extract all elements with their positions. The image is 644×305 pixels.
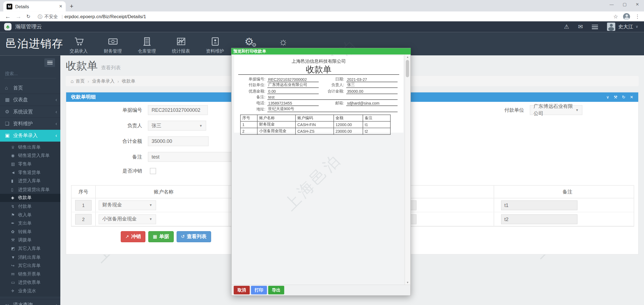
search-input[interactable] [4,71,64,77]
nav-item-reports[interactable]: 统计报表 [164,32,198,55]
nav-item-finance[interactable]: 财务管理 [96,32,130,55]
print-button[interactable]: 打印 [251,286,267,294]
sidebar-subitem[interactable]: ⚑ 收入单 [0,211,60,219]
sidebar-subitem-label: 其它入库单 [18,246,41,252]
cancel-button[interactable]: 取消 [234,286,250,294]
server-list-icon[interactable] [592,24,598,29]
sidebar-item[interactable]: ▦ 仪表盘 ‹ [0,94,60,106]
receipt-address: 世纪大道900号 [267,106,398,112]
total-input[interactable] [148,136,209,146]
sidebar-subitem-label: 进货收票单 [18,279,41,285]
chevron-down-icon[interactable]: ∨ [635,25,638,29]
tab-close-icon[interactable]: ✕ [59,4,63,9]
sidebar-item-icon: ❏ [5,121,13,127]
mail-icon[interactable]: ✉ [578,23,583,30]
browser-urlbar: ← → ↻ ⓘ 不安全 | erpdoc.epoerp.cn/Biz/Recei… [0,12,644,22]
reverse-checkbox[interactable] [150,168,156,174]
wrench-icon[interactable]: ⚒ [614,95,617,99]
watermark: 上海邑泊 [280,149,346,215]
row-seq-input[interactable] [75,200,92,211]
window-minimize-icon[interactable]: — [610,2,614,6]
owner-select[interactable]: 张三 ▼ [148,121,206,131]
panel-close-icon[interactable]: ✕ [630,95,634,99]
panel-collapse-icon[interactable]: ∨ [606,95,609,99]
doc-no-input[interactable] [148,105,208,115]
bookmark-star-icon[interactable]: ☆ [613,13,618,19]
sidebar-subitem-icon: ✉ [11,272,18,276]
browser-tab[interactable]: M Details ✕ [3,1,66,11]
receipt-cell-code: CASH-FIN [295,121,334,128]
sidebar-item[interactable]: ⌂ 首页 ‹ [0,82,60,94]
row-note-input[interactable] [501,214,577,224]
alert-triangle-icon[interactable]: ⚠ [564,23,569,30]
modal-titlebar[interactable]: 预览和打印收款单 [231,48,411,54]
user-avatar[interactable] [607,23,615,31]
refresh-icon[interactable]: ↻ [622,95,626,99]
sidebar-subitem[interactable]: ↯ 付款单 [0,202,60,211]
back-icon[interactable]: ← [5,13,11,20]
reload-icon[interactable]: ↻ [26,13,30,19]
reverse-button[interactable]: ↗ 冲销 [121,231,146,242]
sidebar-item[interactable]: ▣ 业务单录入 ‹ [0,130,60,141]
window-maximize-icon[interactable]: ▢ [623,2,627,6]
sidebar-subitem[interactable]: ▮ 进货入库单 [0,177,60,185]
sidebar-subitem[interactable]: ◉ 销售退货入库单 [0,151,60,160]
window-close-icon[interactable]: ✕ [636,2,639,6]
sidebar-subitem[interactable]: ♕ 销售出库单 [0,143,60,151]
scrollbar-thumb[interactable] [406,60,409,77]
row-note-input[interactable] [501,200,577,210]
browser-menu-icon[interactable]: ⋮ [635,13,640,19]
modal-scrollbar[interactable]: ▲ ▼ [404,55,410,285]
sidebar-subitem[interactable]: ◄ 零售退货单 [0,168,60,177]
sidebar-subitem[interactable]: ✉ 销售开票单 [0,270,60,278]
nav-item-transactions[interactable]: 交易录入 [62,32,96,55]
user-name[interactable]: 史大江 [618,23,633,30]
sidebar-subitem[interactable]: ◈ 收款单 [0,194,60,202]
app-logo-icon[interactable]: ♣ [4,23,12,31]
sidebar-collapse-button[interactable] [44,58,55,67]
sidebar-subitem[interactable]: ▼ 消耗出库单 [0,253,60,261]
new-tab-button[interactable]: + [70,2,74,9]
breadcrumb-home[interactable]: 首页 [76,78,85,84]
contact-card-icon [210,36,221,47]
forward-icon[interactable]: → [16,13,21,20]
sidebar-subitem[interactable]: ✒ 支出单 [0,219,60,228]
sidebar-subitem[interactable]: ◩ 其它入库单 [0,244,60,253]
caret-down-icon: ▼ [199,124,203,127]
browser-profile-avatar[interactable] [623,13,630,20]
sidebar-subitem[interactable]: ✈ 业务流水 [0,287,60,295]
sidebar-item[interactable]: ∾ 流水查询 ‹ [0,299,60,305]
url-text[interactable]: erpdoc.epoerp.cn/Biz/Receipt/Details/1 [64,14,146,19]
page-title: 收款单查看列表 [66,59,121,73]
sidebar-subitem[interactable]: ▯ 进货退货出库单 [0,185,60,194]
sidebar-subitem[interactable]: ▥ 零售单 [0,160,60,168]
sidebar-subitem-icon: ✒ [11,221,18,225]
receipt-cell-amount: 12000.00 [334,121,363,128]
row-seq-input[interactable] [75,214,92,224]
export-button[interactable]: 导出 [268,286,284,294]
form-actions: ↗ 冲销 ▦ 单据 ↺ 查看列表 [121,231,211,242]
owner-select-value: 张三 [151,122,161,129]
breadcrumb-section[interactable]: 业务单录入 [92,78,115,84]
sidebar-item[interactable]: ❏ 资料维护 ‹ [0,118,60,130]
nav-item-warehouse[interactable]: 仓库管理 [130,32,164,55]
payer-label: 付款单位 [493,107,530,113]
payer-select[interactable]: 广东博远石业有限公司 ▼ [530,105,582,115]
row-account-select[interactable]: 小张备用金现金 ▼ [99,214,156,224]
sidebar-subitem[interactable]: ✿ 转账单 [0,227,60,236]
sidebar-subitem[interactable]: ▭ 进货收票单 [0,278,60,287]
scroll-up-icon[interactable]: ▲ [405,55,410,59]
document-button[interactable]: ▦ 单据 [148,231,174,242]
scroll-down-icon[interactable]: ▼ [405,280,410,285]
row-account-select[interactable]: 财务现金 ▼ [99,200,156,210]
receipt-date: 2021-03-27 [346,77,398,82]
nav-item-data-maintenance[interactable]: 资料维护 [198,32,232,55]
sidebar-subitem[interactable]: ⚒ 调拨单 [0,236,60,244]
site-security[interactable]: ⓘ 不安全 | [38,13,64,19]
sidebar-item[interactable]: ⚙ 系统设置 ‹ [0,106,60,118]
sidebar-subitem-icon: ⚒ [11,238,18,242]
sidebar-subitem-label: 销售退货入库单 [18,153,50,159]
sidebar-subitem[interactable]: ↪ 其它出库单 [0,261,60,270]
sidebar-subitem-icon: ◄ [11,170,18,175]
view-list-button[interactable]: ↺ 查看列表 [176,231,211,242]
